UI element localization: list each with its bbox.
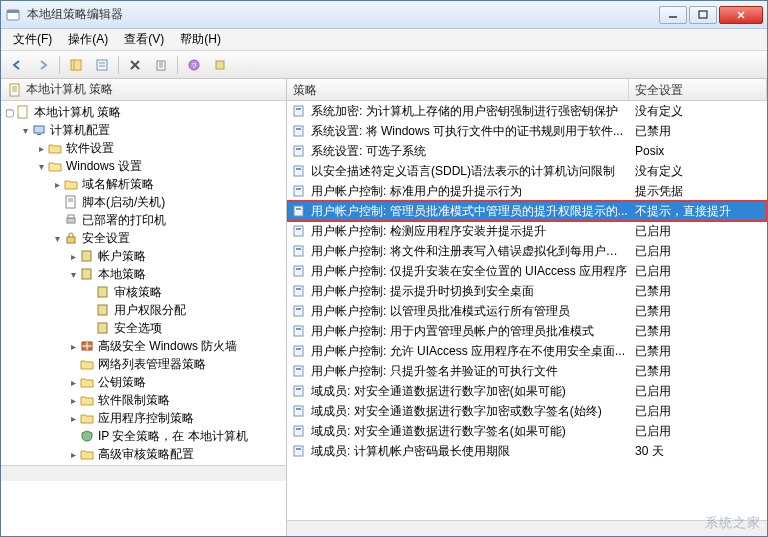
- nav-forward-button[interactable]: [31, 54, 55, 76]
- tree-software[interactable]: ▸软件设置: [35, 139, 286, 157]
- svg-rect-31: [294, 126, 303, 136]
- expand-icon[interactable]: ▸: [35, 143, 47, 154]
- policy-row[interactable]: 用户帐户控制: 将文件和注册表写入错误虚拟化到每用户位置已启用: [287, 241, 767, 261]
- expand-icon[interactable]: ▸: [67, 413, 79, 424]
- nav-back-button[interactable]: [5, 54, 29, 76]
- policy-icon: [95, 320, 111, 336]
- menu-file[interactable]: 文件(F): [5, 29, 60, 50]
- svg-rect-30: [296, 108, 301, 110]
- refresh-button[interactable]: [208, 54, 232, 76]
- svg-rect-19: [68, 215, 74, 218]
- tree-app-control[interactable]: ▸应用程序控制策略: [67, 409, 286, 427]
- col-setting[interactable]: 安全设置: [629, 79, 767, 100]
- svg-rect-58: [296, 388, 301, 390]
- policy-item-icon: [291, 283, 307, 299]
- policy-value: 已启用: [629, 243, 767, 260]
- expand-icon[interactable]: ▸: [51, 179, 63, 190]
- tree-security-options[interactable]: 安全选项: [83, 319, 286, 337]
- help-button[interactable]: ?: [182, 54, 206, 76]
- tree-windows-settings[interactable]: ▾Windows 设置: [35, 157, 286, 175]
- expand-icon[interactable]: ▸: [67, 251, 79, 262]
- expand-icon[interactable]: ▢: [3, 107, 15, 118]
- tree-public-key[interactable]: ▸公钥策略: [67, 373, 286, 391]
- export-button[interactable]: [149, 54, 173, 76]
- tree-header[interactable]: 本地计算机 策略: [1, 79, 286, 101]
- collapse-icon[interactable]: ▾: [51, 233, 63, 244]
- svg-rect-38: [296, 188, 301, 190]
- policy-row[interactable]: 系统加密: 为计算机上存储的用户密钥强制进行强密钥保护没有定义: [287, 101, 767, 121]
- expand-icon[interactable]: ▸: [67, 341, 79, 352]
- policy-icon: [79, 248, 95, 264]
- collapse-icon[interactable]: ▾: [35, 161, 47, 172]
- policy-item-icon: [291, 363, 307, 379]
- tree-ipsec[interactable]: IP 安全策略，在 本地计算机: [67, 427, 286, 445]
- minimize-button[interactable]: [659, 6, 687, 24]
- policy-row[interactable]: 用户帐户控制: 提示提升时切换到安全桌面已禁用: [287, 281, 767, 301]
- expand-icon[interactable]: ▸: [67, 377, 79, 388]
- svg-rect-6: [97, 60, 107, 70]
- maximize-button[interactable]: [689, 6, 717, 24]
- tree-printers[interactable]: 已部署的打印机: [51, 211, 286, 229]
- policy-row[interactable]: 用户帐户控制: 检测应用程序安装并提示提升已启用: [287, 221, 767, 241]
- policy-row[interactable]: 域成员: 对安全通道数据进行数字签名(如果可能)已启用: [287, 421, 767, 441]
- policy-row[interactable]: 用户帐户控制: 用于内置管理员帐户的管理员批准模式已禁用: [287, 321, 767, 341]
- svg-rect-63: [294, 446, 303, 456]
- list-scrollbar[interactable]: [287, 520, 767, 536]
- policy-item-icon: [291, 243, 307, 259]
- svg-rect-55: [294, 366, 303, 376]
- close-button[interactable]: [719, 6, 763, 24]
- tree-account-policy[interactable]: ▸帐户策略: [67, 247, 286, 265]
- tree-network-list[interactable]: 网络列表管理器策略: [67, 355, 286, 373]
- tree-scripts[interactable]: 脚本(启动/关机): [51, 193, 286, 211]
- svg-rect-47: [294, 286, 303, 296]
- expand-icon[interactable]: ▸: [67, 395, 79, 406]
- policy-value: 已禁用: [629, 283, 767, 300]
- policy-row[interactable]: 系统设置: 将 Windows 可执行文件中的证书规则用于软件...已禁用: [287, 121, 767, 141]
- tree-advanced-audit[interactable]: ▸高级审核策略配置: [67, 445, 286, 463]
- policy-row[interactable]: 用户帐户控制: 只提升签名并验证的可执行文件已禁用: [287, 361, 767, 381]
- policy-row[interactable]: 用户帐户控制: 管理员批准模式中管理员的提升权限提示的...不提示，直接提升: [287, 201, 767, 221]
- policy-row[interactable]: 用户帐户控制: 仅提升安装在安全位置的 UIAccess 应用程序已启用: [287, 261, 767, 281]
- policy-row[interactable]: 用户帐户控制: 标准用户的提升提示行为提示凭据: [287, 181, 767, 201]
- policy-name: 系统设置: 可选子系统: [311, 143, 426, 160]
- svg-rect-3: [699, 11, 707, 18]
- col-policy[interactable]: 策略: [287, 79, 629, 100]
- svg-rect-62: [296, 428, 301, 430]
- tree-security-settings[interactable]: ▾安全设置: [51, 229, 286, 247]
- collapse-icon[interactable]: ▾: [67, 269, 79, 280]
- menu-help[interactable]: 帮助(H): [172, 29, 229, 50]
- menu-view[interactable]: 查看(V): [116, 29, 172, 50]
- policy-name: 用户帐户控制: 标准用户的提升提示行为: [311, 183, 522, 200]
- policy-row[interactable]: 系统设置: 可选子系统Posix: [287, 141, 767, 161]
- policy-row[interactable]: 域成员: 对安全通道数据进行数字加密或数字签名(始终)已启用: [287, 401, 767, 421]
- tree-software-restriction[interactable]: ▸软件限制策略: [67, 391, 286, 409]
- collapse-icon[interactable]: ▾: [19, 125, 31, 136]
- show-tree-button[interactable]: [64, 54, 88, 76]
- policy-row[interactable]: 用户帐户控制: 允许 UIAccess 应用程序在不使用安全桌面...已禁用: [287, 341, 767, 361]
- policy-row[interactable]: 域成员: 计算机帐户密码最长使用期限30 天: [287, 441, 767, 461]
- svg-rect-23: [98, 287, 107, 297]
- tree-root[interactable]: ▢ 本地计算机 策略: [3, 103, 286, 121]
- svg-rect-54: [296, 348, 301, 350]
- tree-scrollbar[interactable]: [1, 465, 286, 481]
- policy-item-icon: [291, 143, 307, 159]
- svg-rect-15: [34, 126, 44, 133]
- menu-action[interactable]: 操作(A): [60, 29, 116, 50]
- tree-user-rights[interactable]: 用户权限分配: [83, 301, 286, 319]
- tree-dns[interactable]: ▸域名解析策略: [51, 175, 286, 193]
- folder-icon: [47, 140, 63, 156]
- expand-icon[interactable]: ▸: [67, 449, 79, 460]
- policy-value: 没有定义: [629, 103, 767, 120]
- policy-item-icon: [291, 263, 307, 279]
- tree-audit[interactable]: 审核策略: [83, 283, 286, 301]
- tree-local-policy[interactable]: ▾本地策略: [67, 265, 286, 283]
- tree-firewall[interactable]: ▸高级安全 Windows 防火墙: [67, 337, 286, 355]
- policy-row[interactable]: 用户帐户控制: 以管理员批准模式运行所有管理员已禁用: [287, 301, 767, 321]
- policy-row[interactable]: 以安全描述符定义语言(SDDL)语法表示的计算机访问限制没有定义: [287, 161, 767, 181]
- properties-button[interactable]: [90, 54, 114, 76]
- policy-row[interactable]: 域成员: 对安全通道数据进行数字加密(如果可能)已启用: [287, 381, 767, 401]
- delete-button[interactable]: [123, 54, 147, 76]
- svg-rect-51: [294, 326, 303, 336]
- policy-icon: [79, 266, 95, 282]
- tree-computer-config[interactable]: ▾ 计算机配置: [19, 121, 286, 139]
